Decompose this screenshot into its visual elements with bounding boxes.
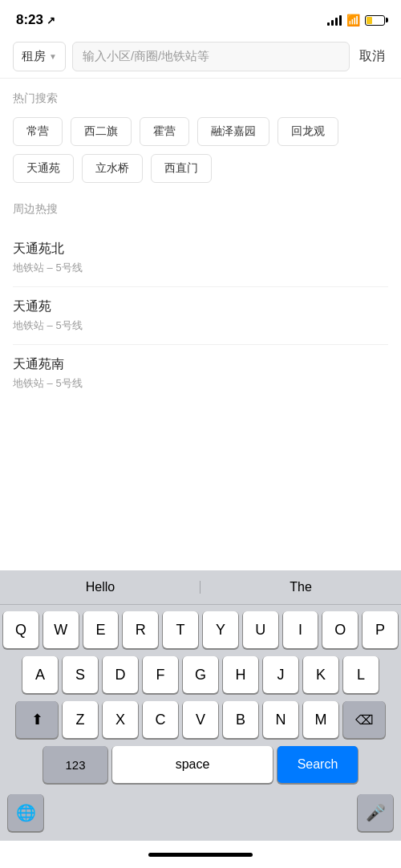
key-j[interactable]: J — [263, 656, 298, 693]
key-row-3: ⬆ Z X C V B N M ⌫ — [3, 701, 398, 738]
nearby-item-name: 天通苑北 — [13, 241, 388, 258]
nearby-item-sub: 地铁站 – 5号线 — [13, 261, 388, 275]
bottom-bar-row: 🌐 🎤 — [0, 794, 401, 834]
content-area: 热门搜索 常营西二旗霍营融泽嘉园回龙观天通苑立水桥西直门 周边热搜 天通苑北 地… — [0, 79, 401, 402]
keyboard-rows: Q W E R T Y U I O P A S D F G H J K L ⬆ … — [0, 605, 401, 794]
key-row-bottom: 123 space Search — [3, 746, 398, 783]
key-h[interactable]: H — [223, 656, 258, 693]
nearby-item-sub: 地铁站 – 5号线 — [13, 318, 388, 333]
key-a[interactable]: A — [22, 656, 58, 693]
key-i[interactable]: I — [283, 611, 318, 648]
key-g[interactable]: G — [183, 656, 218, 693]
nearby-item-name: 天通苑 — [13, 298, 388, 315]
key-l[interactable]: L — [343, 656, 379, 693]
tag-item[interactable]: 立水桥 — [82, 154, 143, 183]
search-button[interactable]: Search — [277, 746, 358, 783]
nearby-item-name: 天通苑南 — [13, 356, 388, 373]
shift-key[interactable]: ⬆ — [16, 701, 58, 738]
space-key[interactable]: space — [112, 746, 273, 783]
nearby-title: 周边热搜 — [13, 202, 388, 217]
key-w[interactable]: W — [43, 611, 79, 648]
dropdown-icon: ▼ — [49, 52, 57, 61]
battery-icon — [365, 15, 385, 26]
key-n[interactable]: N — [263, 701, 298, 738]
delete-key[interactable]: ⌫ — [343, 701, 385, 738]
home-indicator — [0, 841, 401, 868]
nearby-section: 周边热搜 天通苑北 地铁站 – 5号线 天通苑 地铁站 – 5号线 天通苑南 地… — [13, 202, 388, 402]
key-z[interactable]: Z — [63, 701, 98, 738]
nearby-item[interactable]: 天通苑 地铁站 – 5号线 — [13, 287, 388, 345]
tag-item[interactable]: 西直门 — [151, 154, 212, 183]
globe-key[interactable]: 🌐 — [8, 794, 43, 831]
search-input[interactable]: 输入小区/商圈/地铁站等 — [72, 42, 350, 71]
key-c[interactable]: C — [143, 701, 178, 738]
tag-item[interactable]: 西二旗 — [71, 117, 132, 146]
status-right: 📶 — [327, 14, 385, 26]
tag-item[interactable]: 融泽嘉园 — [197, 117, 269, 146]
key-u[interactable]: U — [243, 611, 278, 648]
key-f[interactable]: F — [143, 656, 178, 693]
status-time: 8:23 ↗ — [16, 12, 55, 28]
tag-item[interactable]: 回龙观 — [277, 117, 338, 146]
tag-item[interactable]: 霍营 — [140, 117, 189, 146]
key-y[interactable]: Y — [203, 611, 238, 648]
hot-search-tags: 常营西二旗霍营融泽嘉园回龙观天通苑立水桥西直门 — [13, 117, 388, 183]
key-t[interactable]: T — [163, 611, 198, 648]
hot-search-title: 热门搜索 — [13, 91, 388, 106]
key-q[interactable]: Q — [3, 611, 38, 648]
numbers-key[interactable]: 123 — [43, 746, 107, 783]
time-label: 8:23 — [16, 12, 43, 28]
key-v[interactable]: V — [183, 701, 218, 738]
hot-search-section: 热门搜索 常营西二旗霍营融泽嘉园回龙观天通苑立水桥西直门 — [13, 91, 388, 183]
tag-item[interactable]: 常营 — [13, 117, 63, 146]
nearby-item-sub: 地铁站 – 5号线 — [13, 376, 388, 391]
mic-key[interactable]: 🎤 — [358, 794, 393, 831]
key-o[interactable]: O — [322, 611, 358, 648]
wifi-icon: 📶 — [346, 14, 360, 26]
autocomplete-hello[interactable]: Hello — [0, 577, 200, 598]
type-selector[interactable]: 租房 ▼ — [13, 42, 66, 71]
nearby-item[interactable]: 天通苑南 地铁站 – 5号线 — [13, 345, 388, 402]
location-icon: ↗ — [47, 14, 55, 26]
key-k[interactable]: K — [303, 656, 338, 693]
home-bar — [148, 853, 253, 857]
status-bar: 8:23 ↗ 📶 — [0, 0, 401, 35]
key-s[interactable]: S — [63, 656, 98, 693]
key-row-2: A S D F G H J K L — [3, 656, 398, 693]
nearby-list: 天通苑北 地铁站 – 5号线 天通苑 地铁站 – 5号线 天通苑南 地铁站 – … — [13, 229, 388, 402]
key-p[interactable]: P — [363, 611, 398, 648]
key-e[interactable]: E — [83, 611, 119, 648]
cancel-button[interactable]: 取消 — [356, 48, 388, 65]
key-b[interactable]: B — [223, 701, 258, 738]
autocomplete-bar: Hello The — [0, 570, 401, 605]
nearby-item[interactable]: 天通苑北 地铁站 – 5号线 — [13, 229, 388, 287]
autocomplete-the[interactable]: The — [200, 577, 401, 598]
key-x[interactable]: X — [103, 701, 138, 738]
search-placeholder: 输入小区/商圈/地铁站等 — [83, 49, 209, 63]
key-d[interactable]: D — [103, 656, 138, 693]
search-header: 租房 ▼ 输入小区/商圈/地铁站等 取消 — [0, 35, 401, 79]
signal-icon — [327, 14, 342, 26]
tag-item[interactable]: 天通苑 — [13, 154, 74, 183]
key-r[interactable]: R — [123, 611, 158, 648]
keyboard: Hello The Q W E R T Y U I O P A S D F G … — [0, 570, 401, 868]
key-row-1: Q W E R T Y U I O P — [3, 611, 398, 648]
key-m[interactable]: M — [303, 701, 338, 738]
type-label: 租房 — [22, 49, 46, 64]
